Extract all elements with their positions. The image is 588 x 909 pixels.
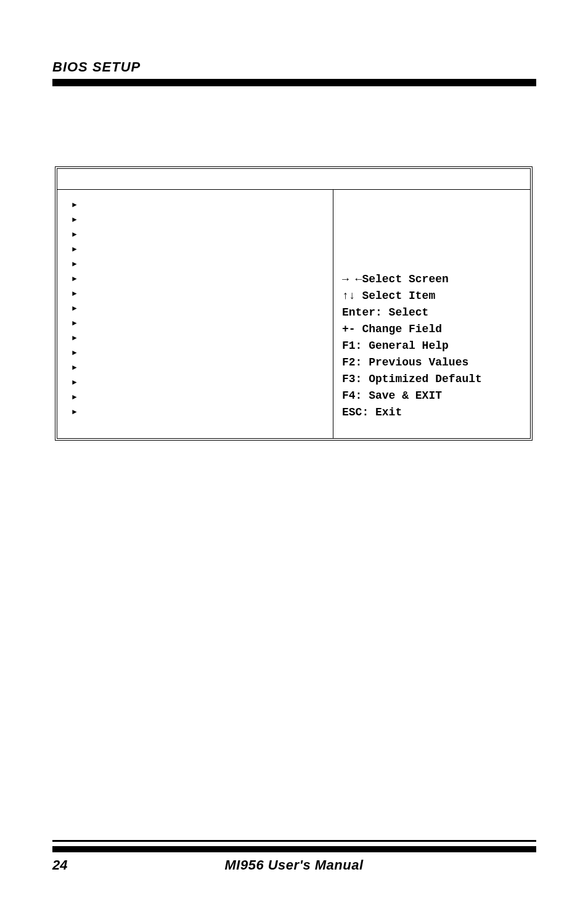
help-esc: ESC: Exit [342,404,524,421]
bios-menu-strip [57,169,530,190]
help-select-screen: → ←Select Screen [342,271,524,288]
help-f3: F3: Optimized Default [342,371,524,388]
help-f2: F2: Previous Values [342,354,524,371]
menu-marker-icon: ► [71,227,333,242]
bios-help-panel: → ←Select Screen ↑↓ Select Item Enter: S… [333,190,530,438]
menu-marker-icon: ► [71,286,333,301]
header-section-title: BIOS SETUP [52,59,141,75]
menu-marker-icon: ► [71,256,333,271]
help-enter: Enter: Select [342,304,524,321]
menu-marker-icon: ► [71,301,333,316]
footer-divider [52,846,536,852]
menu-marker-icon: ► [71,330,333,345]
menu-marker-icon: ► [71,271,333,286]
menu-marker-icon: ► [71,212,333,227]
menu-marker-icon: ► [71,404,333,419]
bios-screen-box: ► ► ► ► ► ► ► ► ► ► ► ► ► ► ► → ←Select … [55,166,533,441]
footer-thin-divider [52,840,536,842]
bios-left-panel: ► ► ► ► ► ► ► ► ► ► ► ► ► ► ► [57,190,333,438]
menu-marker-icon: ► [71,345,333,360]
help-select-item: ↑↓ Select Item [342,288,524,304]
menu-marker-icon: ► [71,197,333,212]
page-number: 24 [52,857,67,873]
menu-marker-icon: ► [71,389,333,404]
help-f1: F1: General Help [342,338,524,354]
menu-marker-icon: ► [71,316,333,330]
header-divider [52,79,536,86]
menu-marker-icon: ► [71,375,333,389]
help-change-field: +- Change Field [342,321,524,338]
menu-marker-icon: ► [71,242,333,256]
manual-title: MI956 User's Manual [224,857,363,873]
help-f4: F4: Save & EXIT [342,388,524,404]
menu-marker-icon: ► [71,360,333,375]
